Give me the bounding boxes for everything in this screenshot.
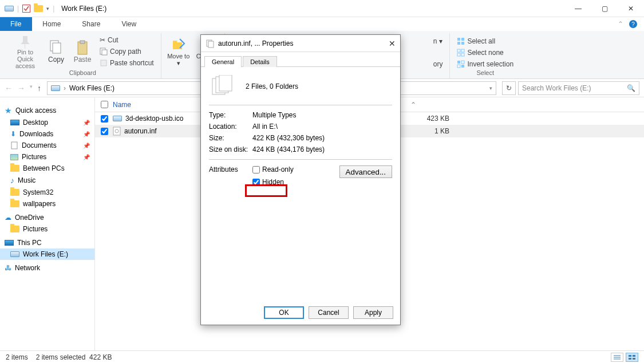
sidebar-item-pictures[interactable]: Pictures📌 <box>0 151 94 163</box>
address-path[interactable]: Work Files (E:) <box>69 84 114 92</box>
svg-rect-14 <box>461 42 464 45</box>
qat-dropdown[interactable]: ▾ <box>46 6 49 11</box>
svg-rect-11 <box>457 38 460 41</box>
sidebar-quick-access[interactable]: ★Quick access <box>0 104 94 117</box>
checkbox-icon[interactable] <box>22 5 30 13</box>
folder-icon <box>10 200 19 207</box>
folder-icon <box>10 189 19 196</box>
tab-share[interactable]: Share <box>72 17 111 31</box>
sidebar-item-downloads[interactable]: ⬇Downloads📌 <box>0 128 94 140</box>
pin-to-quick-access-button[interactable]: Pin to Quick access <box>9 34 41 69</box>
svg-rect-16 <box>461 49 464 52</box>
search-icon: 🔍 <box>627 84 635 92</box>
label-size: Size: <box>209 134 252 142</box>
ok-button[interactable]: OK <box>264 306 304 319</box>
sidebar-item-system32[interactable]: System32 <box>0 187 94 198</box>
sidebar: ★Quick access Desktop📌 ⬇Downloads📌 Docum… <box>0 97 95 350</box>
select-all-button[interactable]: Select all <box>455 36 516 46</box>
sidebar-item-documents[interactable]: Documents📌 <box>0 140 94 151</box>
svg-rect-15 <box>457 49 460 52</box>
sidebar-network[interactable]: 🖧Network <box>0 262 94 274</box>
help-icon[interactable]: ? <box>629 20 637 28</box>
select-all-icon <box>457 37 465 45</box>
select-none-button[interactable]: Select none <box>455 48 516 58</box>
invert-selection-button[interactable]: Invert selection <box>455 59 516 69</box>
tab-view[interactable]: View <box>111 17 147 31</box>
dialog-titlebar[interactable]: autorun.inf, ... Properties ✕ <box>201 35 400 52</box>
ribbon-collapse-icon[interactable]: ⌃ <box>618 20 623 28</box>
status-item-count: 2 items <box>6 353 28 361</box>
select-none-icon <box>457 49 465 57</box>
tab-file[interactable]: File <box>0 17 32 31</box>
dialog-close-button[interactable]: ✕ <box>389 39 396 48</box>
properties-dialog: autorun.inf, ... Properties ✕ General De… <box>200 34 401 325</box>
select-all-checkbox[interactable] <box>101 101 108 108</box>
ico-file-icon <box>113 116 122 121</box>
paste-shortcut-button[interactable]: Paste shortcut <box>97 58 156 68</box>
sidebar-item-desktop[interactable]: Desktop📌 <box>0 117 94 128</box>
svg-rect-13 <box>457 42 460 45</box>
back-button[interactable]: ← <box>5 84 13 93</box>
value-location: All in E:\ <box>252 123 278 131</box>
pictures-icon <box>10 154 18 160</box>
titlebar: | ▾ | Work Files (E:) — ▢ ✕ <box>0 0 644 17</box>
sidebar-item-od-pictures[interactable]: Pictures <box>0 223 94 235</box>
sidebar-item-work-files[interactable]: Work Files (E:) <box>0 248 94 260</box>
ribbon-tabs: File Home Share View ⌃ ? <box>0 17 644 31</box>
row-checkbox[interactable] <box>101 115 108 123</box>
address-dropdown-icon[interactable]: ▾ <box>489 85 492 91</box>
move-to-button[interactable]: Move to ▾ <box>166 34 191 69</box>
minimize-button[interactable]: — <box>565 0 591 17</box>
sidebar-onedrive[interactable]: ☁OneDrive <box>0 212 94 223</box>
tab-home[interactable]: Home <box>32 17 72 31</box>
hidden-checkbox[interactable]: Hidden <box>252 178 294 186</box>
sidebar-item-between-pcs[interactable]: Between PCs <box>0 163 94 174</box>
invert-icon <box>457 60 465 68</box>
sidebar-item-wallpapers[interactable]: wallpapers <box>0 198 94 210</box>
music-icon: ♪ <box>10 176 14 185</box>
paste-button[interactable]: Paste <box>71 34 94 69</box>
cut-button[interactable]: ✂Cut <box>97 35 156 45</box>
copy-icon <box>49 40 63 56</box>
maximize-button[interactable]: ▢ <box>591 0 618 17</box>
address-drive-icon <box>51 85 60 91</box>
advanced-button[interactable]: Advanced... <box>339 165 392 178</box>
search-box[interactable]: Search Work Files (E:) 🔍 <box>518 81 639 95</box>
unknown-n-button[interactable]: n ▾ <box>431 36 445 46</box>
sidebar-this-pc[interactable]: This PC <box>0 237 94 248</box>
dialog-tab-details[interactable]: Details <box>243 56 277 67</box>
copy-button[interactable]: Copy <box>45 34 68 69</box>
unknown-ory-button[interactable]: ory <box>431 59 445 69</box>
forward-button[interactable]: → <box>17 84 25 93</box>
copy-path-button[interactable]: Copy path <box>97 46 156 57</box>
drive-icon <box>5 6 14 11</box>
svg-rect-32 <box>633 358 635 360</box>
label-type: Type: <box>209 111 252 119</box>
cancel-button[interactable]: Cancel <box>309 306 349 319</box>
files-icon <box>209 74 234 99</box>
up-button[interactable]: ↑ <box>37 84 41 93</box>
history-dropdown[interactable]: ▾ <box>30 84 33 93</box>
row-checkbox[interactable] <box>101 128 108 135</box>
status-selected: 2 items selected 422 KB <box>36 353 112 361</box>
pin-icon: 📌 <box>83 131 90 137</box>
view-details-button[interactable] <box>611 353 623 362</box>
svg-rect-23 <box>11 142 17 149</box>
window-title: Work Files (E:) <box>54 5 106 13</box>
pin-icon: 📌 <box>83 143 90 149</box>
file-name: autorun.inf <box>124 127 157 135</box>
svg-rect-7 <box>101 60 106 66</box>
view-large-button[interactable] <box>626 353 638 362</box>
apply-button[interactable]: Apply <box>353 306 393 319</box>
thispc-icon <box>5 240 14 246</box>
path-icon <box>100 48 108 56</box>
sidebar-item-music[interactable]: ♪Music <box>0 174 94 187</box>
dialog-tab-general[interactable]: General <box>204 56 242 67</box>
network-icon: 🖧 <box>5 264 11 272</box>
group-select-label: Select <box>476 69 494 78</box>
refresh-button[interactable]: ↻ <box>502 81 516 95</box>
svg-rect-6 <box>102 50 107 55</box>
close-button[interactable]: ✕ <box>618 0 644 17</box>
readonly-checkbox[interactable]: Read-only <box>252 165 294 173</box>
file-size: 1 KB <box>415 127 449 135</box>
